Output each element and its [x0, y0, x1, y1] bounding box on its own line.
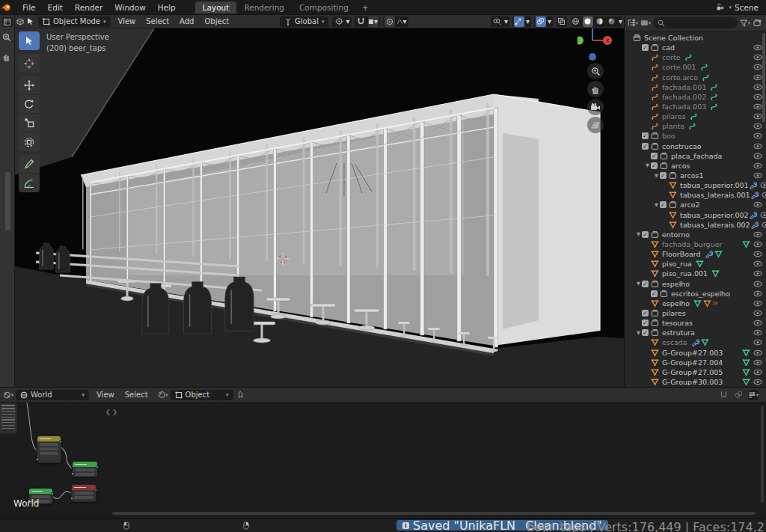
- collection-checkbox[interactable]: ✓: [651, 153, 658, 159]
- outliner-row[interactable]: ▼✓estrutura: [625, 328, 766, 337]
- visibility-eye-toggle[interactable]: [753, 231, 763, 238]
- outliner-row[interactable]: escada: [625, 337, 766, 347]
- mode-dropdown[interactable]: Object Mode ▾: [38, 16, 111, 27]
- collection-checkbox[interactable]: ✓: [642, 143, 649, 150]
- zoom-icon[interactable]: [2, 33, 13, 42]
- menu-help[interactable]: Help: [152, 3, 182, 12]
- collection-checkbox[interactable]: ✓: [642, 44, 649, 51]
- collection-checkbox[interactable]: ✓: [642, 231, 649, 238]
- snap-node-icon[interactable]: [718, 390, 729, 400]
- collection-checkbox[interactable]: ✓: [642, 310, 649, 317]
- visibility-eye-toggle[interactable]: [753, 123, 763, 129]
- shader-type-dropdown[interactable]: World ▾: [16, 390, 89, 400]
- visibility-eye-toggle[interactable]: [753, 339, 763, 346]
- outliner-row[interactable]: ▼✓arco2: [625, 200, 766, 210]
- visibility-eye-toggle[interactable]: [753, 281, 763, 287]
- filter-dropdown[interactable]: ▾: [740, 18, 750, 28]
- outliner-row[interactable]: FloorBoard: [625, 249, 766, 259]
- shading-wireframe-icon[interactable]: [571, 16, 581, 27]
- editor-type-icon[interactable]: ▾: [3, 390, 13, 400]
- overlay-node-icon[interactable]: [733, 390, 744, 400]
- visibility-eye-toggle[interactable]: [753, 153, 763, 159]
- expand-arrow-icon[interactable]: ▼: [653, 202, 660, 208]
- falloff-dropdown[interactable]: ▾: [396, 16, 407, 27]
- visibility-eye-toggle[interactable]: [753, 113, 763, 120]
- offscreen-node[interactable]: [0, 403, 17, 434]
- pivot-dropdown[interactable]: ▾: [332, 16, 351, 27]
- orientation-dropdown[interactable]: Global ▾: [280, 16, 328, 27]
- editor-type-icon[interactable]: [15, 16, 25, 27]
- snap-controls[interactable]: ▾: [355, 16, 380, 27]
- output-node[interactable]: [71, 484, 96, 502]
- workspace-tab-compositing[interactable]: Compositing: [292, 1, 356, 13]
- camera-icon[interactable]: [587, 99, 604, 115]
- visibility-eye-toggle[interactable]: [753, 84, 763, 91]
- visibility-eye-toggle[interactable]: [753, 64, 763, 70]
- outliner-row[interactable]: planta: [625, 121, 766, 131]
- visibility-eye-toggle[interactable]: [753, 201, 763, 208]
- object-dropdown[interactable]: Object ▾: [171, 390, 233, 400]
- node-vscrollbar[interactable]: [761, 406, 764, 503]
- collection-checkbox[interactable]: ✓: [660, 172, 667, 179]
- outliner-row[interactable]: ▼✓arcos1: [625, 171, 766, 180]
- proportional-controls[interactable]: ▾: [383, 16, 408, 27]
- expand-arrow-icon[interactable]: ▼: [635, 231, 642, 237]
- outliner-row[interactable]: ✓tesouras: [625, 318, 766, 328]
- outliner-row[interactable]: piso_rua.001: [625, 269, 766, 278]
- outliner-row[interactable]: ✓boo: [625, 131, 766, 141]
- visibility-eye-toggle[interactable]: [753, 349, 763, 356]
- move-tool[interactable]: [19, 76, 40, 95]
- scene-selector[interactable]: ▾ Scene: [716, 3, 766, 12]
- outliner-row[interactable]: espelho19: [625, 299, 766, 308]
- node-hscrollbar[interactable]: [112, 512, 756, 515]
- outliner-row[interactable]: pilares: [625, 111, 766, 121]
- visibility-eye-toggle[interactable]: [753, 359, 763, 366]
- 3d-viewport[interactable]: Object Mode ▾ ViewSelectAddObject Global…: [15, 15, 624, 387]
- gizmo-toggle[interactable]: ▾: [512, 16, 531, 27]
- visibility-eye-toggle[interactable]: [759, 212, 766, 218]
- visibility-eye-toggle[interactable]: [753, 172, 763, 179]
- outliner-row[interactable]: Scene Collection: [625, 33, 766, 43]
- visibility-eye-toggle[interactable]: [753, 310, 763, 317]
- outliner-row[interactable]: tabua_superior.001: [625, 180, 766, 190]
- viewport-menu-object[interactable]: Object: [199, 17, 234, 25]
- node-options-dropdown[interactable]: ▾: [748, 390, 759, 400]
- outliner-row[interactable]: ▼✓arcos: [625, 161, 766, 171]
- hand-icon[interactable]: [2, 52, 13, 61]
- visibility-eye-toggle[interactable]: [753, 132, 763, 139]
- outliner-row[interactable]: fachada.002: [625, 92, 766, 102]
- visibility-eye-toggle[interactable]: [753, 369, 763, 376]
- select-box-tool[interactable]: [19, 31, 40, 50]
- editor-type-icon[interactable]: [2, 17, 13, 27]
- collection-checkbox[interactable]: ✓: [651, 290, 658, 297]
- expand-arrow-icon[interactable]: ▼: [653, 173, 660, 179]
- expand-arrow-icon[interactable]: ▼: [635, 330, 642, 336]
- display-mode-dropdown[interactable]: ▾: [640, 18, 651, 28]
- visibility-eye-toggle[interactable]: [753, 74, 763, 81]
- measure-tool[interactable]: [19, 174, 40, 192]
- node-input-socket[interactable]: [70, 497, 73, 500]
- snap-settings-dropdown[interactable]: ▾: [368, 16, 379, 27]
- visibility-eye-toggle[interactable]: [753, 379, 763, 385]
- viewport-menu-view[interactable]: View: [113, 17, 141, 25]
- tool-fallback-icon[interactable]: [25, 16, 36, 27]
- outliner-row[interactable]: G-Group#27.005: [625, 367, 766, 377]
- menu-file[interactable]: File: [16, 3, 42, 12]
- node-input-socket[interactable]: [71, 472, 74, 475]
- outliner-row[interactable]: ✓construcao: [625, 141, 766, 151]
- visibility-eye-toggle[interactable]: [761, 192, 766, 198]
- outliner-row[interactable]: ▼✓entorno: [625, 230, 766, 239]
- node-input-socket[interactable]: [36, 458, 39, 461]
- outliner-row[interactable]: G-Group#30.003: [625, 377, 766, 385]
- shader-menu-select[interactable]: Select: [120, 391, 153, 399]
- collection-checkbox[interactable]: ✓: [642, 281, 649, 287]
- visibility-eye-toggle[interactable]: [753, 300, 763, 307]
- shading-solid-icon[interactable]: [583, 16, 593, 27]
- xray-toggle[interactable]: [557, 16, 567, 27]
- visibility-eye-toggle[interactable]: [761, 221, 766, 228]
- collection-checkbox[interactable]: ✓: [642, 329, 649, 336]
- node-output-socket[interactable]: [94, 489, 97, 492]
- texture-node[interactable]: [37, 435, 61, 463]
- new-collection-button[interactable]: [753, 18, 763, 28]
- outliner-row[interactable]: fachada_burguer: [625, 239, 766, 249]
